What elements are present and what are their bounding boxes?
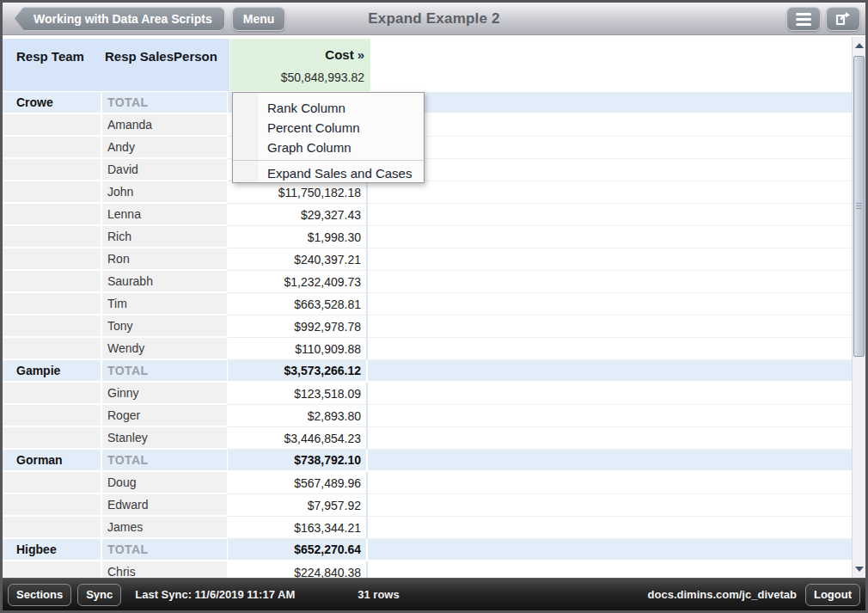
- empty-cell: [368, 181, 852, 204]
- logout-button[interactable]: Logout: [805, 584, 860, 606]
- table-row[interactable]: Doug$567,489.96: [3, 472, 852, 494]
- table-row[interactable]: Roger$2,893.80: [3, 405, 852, 427]
- empty-cell: [368, 539, 852, 561]
- table-row[interactable]: Wendy$110,909.88: [3, 338, 852, 360]
- salesperson-cell: TOTAL: [102, 360, 227, 383]
- salesperson-cell: John: [102, 181, 227, 204]
- menu-item-graph-column[interactable]: Graph Column: [233, 138, 424, 157]
- cost-cell: $1,998.30: [228, 226, 368, 248]
- table-row[interactable]: Edward$7,957.92: [3, 494, 852, 517]
- cost-cell: $240,397.21: [228, 248, 368, 271]
- salesperson-cell: Ron: [102, 248, 227, 271]
- table-row[interactable]: Amanda: [3, 114, 852, 137]
- table-row[interactable]: Tim$663,528.81: [3, 293, 852, 316]
- menu-item-percent-column[interactable]: Percent Column: [233, 118, 424, 138]
- table-row[interactable]: Tony$992,978.78: [3, 316, 852, 338]
- empty-cell: [368, 226, 852, 248]
- team-cell: [3, 383, 101, 405]
- table-row[interactable]: Saurabh$1,232,409.73: [3, 271, 852, 293]
- scroll-up-icon: [855, 43, 864, 48]
- list-view-button[interactable]: [786, 7, 821, 31]
- sync-button[interactable]: Sync: [77, 584, 121, 606]
- team-cell: Gorman: [3, 450, 101, 472]
- table-row[interactable]: CroweTOTAL: [3, 92, 852, 114]
- empty-cell: [368, 383, 852, 405]
- column-expand-icon[interactable]: »: [358, 47, 364, 62]
- scroll-down-icon: [855, 567, 864, 572]
- menu-item-expand-sales-and-cases[interactable]: Expand Sales and Cases: [233, 163, 424, 183]
- salesperson-cell: Andy: [102, 137, 227, 159]
- col-header-cost[interactable]: Cost: [325, 47, 353, 62]
- scroll-down-button[interactable]: [853, 561, 866, 578]
- sections-button[interactable]: Sections: [8, 584, 71, 606]
- share-icon: [834, 11, 852, 27]
- team-cell: [3, 494, 101, 517]
- vertical-scrollbar[interactable]: [852, 37, 865, 578]
- share-button[interactable]: [826, 7, 860, 31]
- dimension-header-cell[interactable]: Resp Team Resp SalesPerson: [3, 39, 229, 91]
- table-row[interactable]: James$163,344.21: [3, 517, 852, 539]
- empty-cell: [368, 494, 852, 517]
- table-row[interactable]: Lenna$29,327.43: [3, 204, 852, 226]
- table-row[interactable]: GampieTOTAL$3,573,266.12: [3, 360, 852, 383]
- cost-cell: $652,270.64: [228, 539, 368, 561]
- cost-cell: $11,750,182.18: [228, 181, 368, 204]
- table-row[interactable]: Chris$224,840.38: [3, 561, 852, 578]
- team-cell: [3, 338, 101, 360]
- team-cell: [3, 114, 101, 137]
- team-cell: [3, 293, 101, 316]
- table-row[interactable]: Stanley$3,446,854.23: [3, 427, 852, 450]
- salesperson-cell: TOTAL: [102, 450, 227, 472]
- table-row[interactable]: Andy: [3, 137, 852, 159]
- table-row[interactable]: HigbeeTOTAL$652,270.64: [3, 539, 852, 561]
- bottom-bar: Sections Sync Last Sync: 11/6/2019 11:17…: [3, 578, 865, 610]
- salesperson-cell: Tony: [102, 316, 227, 338]
- salesperson-cell: Wendy: [102, 338, 227, 360]
- table-row[interactable]: Rich$1,998.30: [3, 226, 852, 248]
- empty-cell: [368, 137, 852, 159]
- salesperson-cell: Edward: [102, 494, 227, 517]
- team-cell: [3, 405, 101, 427]
- empty-cell: [368, 338, 852, 360]
- back-button[interactable]: Working with Data Area Scripts: [15, 7, 225, 31]
- cost-cell: $224,840.38: [228, 561, 368, 578]
- cost-cell: $7,957.92: [228, 494, 368, 517]
- team-cell: [3, 472, 101, 494]
- salesperson-cell: Saurabh: [102, 271, 227, 293]
- team-cell: [3, 248, 101, 271]
- column-context-menu: Rank Column Percent Column Graph Column …: [232, 92, 425, 183]
- salesperson-cell: Chris: [102, 561, 227, 578]
- table-rows: CroweTOTALAmandaAndyDavidJohn$11,750,182…: [3, 92, 852, 578]
- divetab-window: Expand Example 2 Working with Data Area …: [0, 0, 868, 613]
- menu-item-rank-column[interactable]: Rank Column: [233, 98, 424, 118]
- col-header-resp-salesperson[interactable]: Resp SalesPerson: [105, 49, 217, 64]
- menu-button[interactable]: Menu: [232, 7, 286, 31]
- table-row[interactable]: GormanTOTAL$738,792.10: [3, 450, 852, 472]
- team-cell: Crowe: [3, 92, 101, 114]
- menu-separator: [233, 160, 424, 161]
- table-row[interactable]: Ron$240,397.21: [3, 248, 852, 271]
- empty-cell: [368, 472, 852, 494]
- table-area: Resp Team Resp SalesPerson Cost» $50,848…: [3, 35, 865, 578]
- table-row[interactable]: John$11,750,182.18: [3, 181, 852, 204]
- salesperson-cell: Amanda: [102, 114, 227, 137]
- table-row[interactable]: Ginny$123,518.09: [3, 383, 852, 405]
- hamburger-icon: [796, 13, 811, 26]
- scrollbar-thumb[interactable]: [853, 56, 865, 357]
- table-row[interactable]: David: [3, 159, 852, 181]
- scroll-up-button[interactable]: [853, 37, 866, 54]
- grand-total-value: $50,848,993.82: [281, 70, 364, 84]
- salesperson-cell: Doug: [102, 472, 227, 494]
- cost-cell: $3,573,266.12: [228, 360, 368, 383]
- salesperson-cell: Lenna: [102, 204, 227, 226]
- cost-cell: $1,232,409.73: [228, 271, 368, 293]
- salesperson-cell: Rich: [102, 226, 227, 248]
- empty-cell: [368, 316, 852, 338]
- team-cell: [3, 159, 101, 181]
- cost-cell: $663,528.81: [228, 293, 368, 316]
- cost-column-header[interactable]: Cost» $50,848,993.82: [230, 39, 370, 91]
- empty-cell: [368, 450, 852, 472]
- salesperson-cell: Stanley: [102, 427, 227, 450]
- cost-cell: $163,344.21: [228, 517, 368, 539]
- col-header-resp-team[interactable]: Resp Team: [16, 49, 84, 64]
